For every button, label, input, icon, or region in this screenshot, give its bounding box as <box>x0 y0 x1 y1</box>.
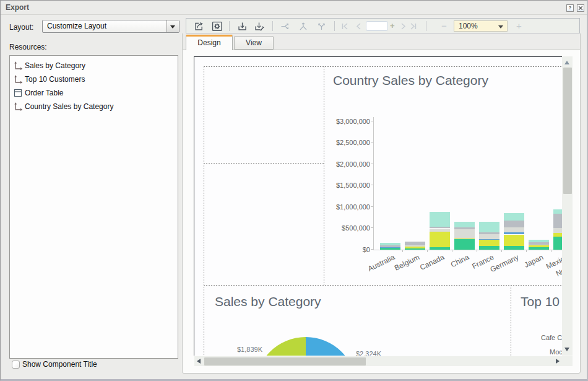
bar-segment-green <box>454 239 475 250</box>
layout-select-arrow-button[interactable] <box>166 20 179 32</box>
y-axis-label: $3,000,000 <box>321 118 370 125</box>
next-page-icon <box>399 21 408 32</box>
bar-segment-green <box>405 248 425 250</box>
vertical-scrollbar[interactable] <box>562 56 573 356</box>
bar-segment-gray <box>553 214 562 228</box>
x-axis-tick <box>427 250 428 252</box>
last-page-button[interactable] <box>409 21 418 34</box>
y-axis-label: $0 <box>321 246 370 253</box>
layout-select-value: Customize Layout <box>47 20 106 32</box>
prev-page-button[interactable] <box>354 21 363 34</box>
bar-segment-green <box>553 237 562 250</box>
zoom-out-button[interactable]: − <box>441 20 447 31</box>
bar-segment-lightgray <box>454 229 475 239</box>
bar-segment-mint <box>380 243 400 245</box>
scroll-right-icon[interactable] <box>556 359 560 364</box>
bar-segment-mint <box>553 209 562 214</box>
layout-label: Layout: <box>9 23 33 32</box>
bar-segment-lightgray <box>504 227 524 232</box>
tab-design[interactable]: Design <box>186 35 233 50</box>
first-page-icon <box>340 21 350 32</box>
bar-segment-gray <box>430 227 450 229</box>
toolbar: + − 100% + <box>186 18 580 33</box>
layout-guide-top <box>204 66 562 67</box>
download-button[interactable] <box>237 21 248 34</box>
toolbar-separator <box>426 21 426 31</box>
x-axis-category-label: Belgium <box>393 253 421 273</box>
x-axis-tick <box>402 250 403 252</box>
bar-segment-lightgray <box>430 229 450 232</box>
bar-segment-yellow <box>479 240 499 246</box>
bar-segment-gray <box>405 242 425 246</box>
help-button[interactable]: ? <box>566 4 574 12</box>
layout-select[interactable]: Customize Layout <box>42 20 179 33</box>
bar-segment-gray <box>479 232 499 235</box>
fork-icon <box>316 21 327 32</box>
top10-category-label: Cafe Con <box>541 334 562 341</box>
bar-segment-green <box>380 248 400 250</box>
export-icon <box>194 21 204 32</box>
resources-label: Resources: <box>9 43 47 51</box>
chevron-down-icon <box>170 25 175 28</box>
bar-segment-yellow <box>405 247 425 248</box>
pie-slice-label: $2,324K <box>356 350 381 356</box>
bar-chart-title: Country Sales by Category <box>333 73 488 88</box>
bar-segment-yellow <box>529 245 549 247</box>
horizontal-scrollbar[interactable] <box>194 356 573 366</box>
fork-button[interactable] <box>316 21 327 34</box>
first-page-button[interactable] <box>340 21 350 34</box>
vertical-scrollbar-thumb[interactable] <box>563 68 572 194</box>
next-page-button[interactable] <box>399 21 408 34</box>
toolbar-separator <box>229 21 230 31</box>
bar-segment-gray <box>504 221 524 227</box>
scroll-up-icon[interactable] <box>564 61 569 64</box>
design-canvas[interactable]: Country Sales by Category$0$500,000$1,00… <box>194 56 562 356</box>
zoom-value: 100% <box>459 22 478 30</box>
resource-item[interactable]: Order Table <box>10 86 178 100</box>
split-button[interactable] <box>280 21 290 34</box>
layout-guide-left <box>204 66 204 356</box>
resources-list[interactable]: Sales by CategoryTop 10 CustomersOrder T… <box>9 55 178 359</box>
properties-gear-icon <box>212 21 223 32</box>
scroll-down-icon[interactable] <box>564 348 569 351</box>
zoom-combo[interactable]: 100% <box>454 20 508 32</box>
export-button[interactable] <box>194 21 204 34</box>
resource-item-label: Order Table <box>25 89 63 97</box>
properties-button[interactable] <box>212 21 223 34</box>
table-resource-icon <box>13 88 24 98</box>
download-as-icon <box>254 21 266 32</box>
x-axis-tick <box>551 250 551 252</box>
bar-segment-mint <box>479 222 499 232</box>
last-page-icon <box>409 21 418 32</box>
download-as-button[interactable] <box>254 21 266 34</box>
x-axis-tick <box>452 250 452 252</box>
bar-segment-gray <box>454 227 475 229</box>
y-axis-label: $1,000,000 <box>321 203 370 211</box>
resource-item[interactable]: Sales by Category <box>10 59 178 72</box>
resource-item[interactable]: Country Sales by Category <box>10 100 178 113</box>
scroll-left-icon[interactable] <box>197 359 201 364</box>
resource-item-label: Sales by Category <box>25 61 85 70</box>
resource-item[interactable]: Top 10 Customers <box>10 72 178 86</box>
bar-segment-mint <box>454 222 475 227</box>
page-number-input[interactable] <box>366 21 388 31</box>
bar-segment-lightgray <box>479 234 499 239</box>
tabstrip-right-edge <box>580 33 581 50</box>
page-plus-label: + <box>390 20 395 31</box>
merge-button[interactable] <box>298 21 308 34</box>
bar-segment-yellow <box>454 239 475 239</box>
title-bar: Export ? <box>1 1 587 15</box>
resource-item-label: Top 10 Customers <box>25 75 85 84</box>
tabstrip-left-edge <box>182 33 183 50</box>
zoom-in-button[interactable]: + <box>516 20 522 31</box>
show-component-title-checkbox[interactable] <box>12 361 20 369</box>
tab-view[interactable]: View <box>234 36 274 50</box>
pie-slice-label: $1,839K <box>237 346 262 353</box>
bar-segment-green <box>504 246 524 250</box>
bar-segment-lightgray <box>405 245 425 247</box>
toolbar-separator <box>334 21 335 31</box>
horizontal-scrollbar-thumb[interactable] <box>204 357 366 366</box>
close-button[interactable] <box>577 4 584 12</box>
show-component-title-label: Show Component Title <box>22 360 97 369</box>
bar-segment-mint <box>504 213 524 221</box>
